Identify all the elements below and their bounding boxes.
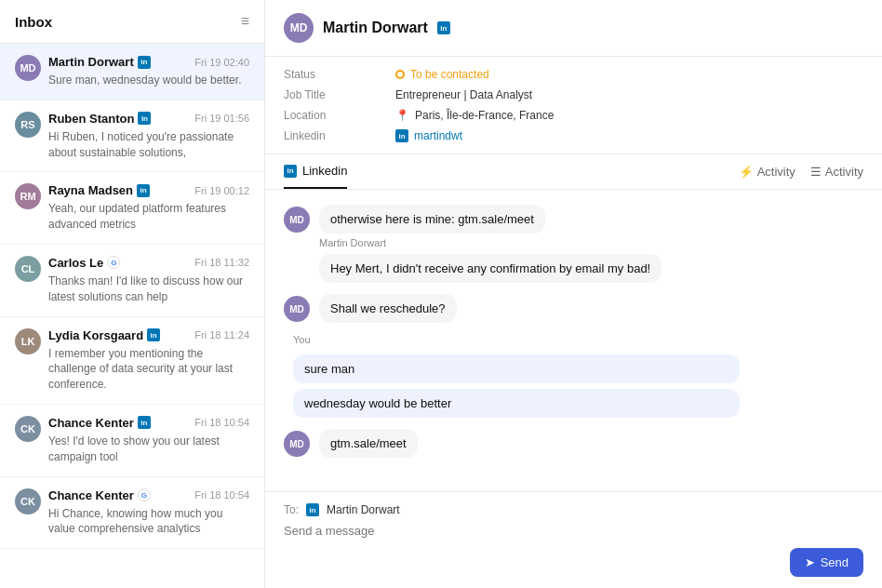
inbox-header: Inbox ≡ — [0, 0, 264, 44]
conv-time: Fri 19 00:12 — [194, 185, 249, 196]
tabs-row: in Linkedin ⚡ Activity ☰ Activity — [265, 154, 882, 190]
info-section: Status To be contacted Job Title Entrepr… — [265, 57, 882, 154]
left-panel: Inbox ≡ MD Martin Dorwart in Fri 19 02:4… — [0, 0, 265, 588]
conv-avatar: RS — [15, 112, 41, 138]
job-title-value: Entrepreneur | Data Analyst — [395, 88, 863, 101]
msg-bubble: Shall we reschedule? — [319, 294, 457, 323]
send-label: Send — [821, 555, 849, 569]
conv-name: Rayna Madsen in — [48, 183, 150, 197]
conv-preview: Hi Chance, knowing how much you value co… — [48, 506, 249, 538]
msg-avatar: MD — [284, 431, 310, 457]
conversation-item-5[interactable]: CK Chance Kenter in Fri 18 10:54 Yes! I'… — [0, 405, 264, 477]
status-dot — [395, 70, 405, 79]
send-button[interactable]: ➤ Send — [790, 548, 863, 577]
linkedin-handle[interactable]: martindwt — [414, 129, 462, 142]
conv-preview: Yeah, our updated platform features adva… — [48, 201, 249, 233]
contact-avatar: MD — [284, 13, 314, 43]
conv-avatar: CK — [15, 488, 41, 514]
conv-name: Chance Kenter in — [48, 416, 151, 430]
you-label: You — [293, 334, 863, 345]
conv-time: Fri 19 02:40 — [194, 57, 249, 68]
right-panel: MD Martin Dorwart in Status To be contac… — [265, 0, 882, 588]
conversation-item-4[interactable]: LK Lydia Korsgaard in Fri 18 11:24 I rem… — [0, 317, 264, 405]
contact-name: Martin Dorwart — [323, 20, 428, 36]
activity-label-2: Activity — [825, 165, 863, 179]
conv-avatar: RM — [15, 183, 41, 209]
location-value: 📍 Paris, Île-de-France, France — [395, 109, 863, 122]
linkedin-icon: in — [395, 129, 408, 142]
conv-avatar: LK — [15, 328, 41, 354]
msg-bubble-outgoing: wednesday would be better — [293, 389, 740, 418]
status-value: To be contacted — [395, 68, 863, 81]
conv-avatar: MD — [15, 55, 41, 81]
conv-badge: in — [147, 328, 160, 341]
conv-name: Ruben Stanton in — [48, 112, 151, 126]
conv-name: Carlos Le G — [48, 256, 120, 270]
activity-label-1: Activity — [757, 165, 795, 179]
send-icon: ➤ — [805, 555, 815, 569]
conversation-list: MD Martin Dorwart in Fri 19 02:40 Sure m… — [0, 44, 264, 588]
compose-to-name: Martin Dorwart — [327, 503, 400, 516]
location-icon: 📍 — [395, 109, 409, 122]
activity-icon-2: ☰ — [810, 165, 822, 179]
status-text: To be contacted — [410, 68, 489, 81]
conversation-item-0[interactable]: MD Martin Dorwart in Fri 19 02:40 Sure m… — [0, 44, 264, 100]
conv-preview: Hi Ruben, I noticed you're passionate ab… — [48, 129, 249, 161]
msg-avatar: MD — [284, 207, 310, 233]
msg-bubble-outgoing: sure man — [293, 354, 740, 383]
conv-avatar: CK — [15, 416, 41, 442]
compose-to-linkedin-icon: in — [306, 503, 319, 516]
msg-bubble: gtm.sale/meet — [319, 429, 418, 458]
inbox-title: Inbox — [15, 14, 52, 30]
conv-name: Lydia Korsgaard in — [48, 328, 160, 342]
tab-linkedin-badge: in — [284, 165, 297, 178]
conv-badge: in — [138, 416, 151, 429]
linkedin-label: Linkedin — [284, 129, 395, 142]
conv-badge: in — [138, 56, 151, 69]
tab-linkedin[interactable]: in Linkedin — [284, 154, 347, 189]
conv-preview: Yes! I'd love to show you our latest cam… — [48, 434, 249, 465]
activity-btn-2[interactable]: ☰ Activity — [810, 155, 863, 188]
conversation-item-2[interactable]: RM Rayna Madsen in Fri 19 00:12 Yeah, ou… — [0, 172, 264, 245]
message-group-1: MD Shall we reschedule? — [284, 294, 863, 323]
activity-icon-1: ⚡ — [739, 165, 754, 179]
conv-time: Fri 18 11:32 — [194, 257, 249, 268]
conv-preview: I remember you mentioning the challenge … — [48, 346, 249, 393]
compose-input[interactable] — [284, 524, 863, 538]
conversation-item-1[interactable]: RS Ruben Stanton in Fri 19 01:56 Hi Rube… — [0, 100, 264, 173]
message-group-2: Yousure manwednesday would be better — [284, 334, 863, 418]
status-label: Status — [284, 68, 395, 81]
job-title-label: Job Title — [284, 88, 395, 101]
conv-time: Fri 18 10:54 — [194, 417, 249, 428]
conv-avatar: CL — [15, 256, 41, 282]
conv-time: Fri 18 11:24 — [194, 329, 249, 341]
chat-area: MD otherwise here is mine: gtm.sale/meet… — [265, 190, 882, 491]
conv-badge: in — [138, 112, 151, 125]
conv-time: Fri 19 01:56 — [194, 113, 249, 124]
conversation-item-6[interactable]: CK Chance Kenter G Fri 18 10:54 Hi Chanc… — [0, 477, 264, 550]
activity-btn-1[interactable]: ⚡ Activity — [739, 155, 795, 188]
msg-bubble: otherwise here is mine: gtm.sale/meet — [319, 205, 545, 234]
msg-bubble-2: Hey Mert, I didn't receive any confirmat… — [319, 254, 662, 283]
location-label: Location — [284, 109, 395, 122]
conv-badge: G — [138, 488, 151, 501]
conv-name: Martin Dorwart in — [48, 55, 151, 69]
message-group-3: MD gtm.sale/meet — [284, 429, 863, 458]
conv-badge: in — [137, 184, 150, 197]
conv-preview: Thanks man! I'd like to discuss how our … — [48, 274, 249, 305]
conv-time: Fri 18 10:54 — [194, 489, 249, 501]
contact-header: MD Martin Dorwart in — [265, 0, 882, 57]
msg-sender: Martin Dorwart — [319, 237, 662, 248]
linkedin-value: in martindwt — [395, 129, 863, 142]
message-group-0: MD otherwise here is mine: gtm.sale/meet… — [284, 205, 863, 283]
compose-to: To: in Martin Dorwart — [284, 503, 863, 516]
compose-bottom: ➤ Send — [284, 548, 863, 577]
compose-to-label: To: — [284, 503, 299, 516]
conversation-item-3[interactable]: CL Carlos Le G Fri 18 11:32 Thanks man! … — [0, 245, 264, 317]
filter-icon[interactable]: ≡ — [241, 13, 249, 30]
tab-linkedin-label: Linkedin — [302, 164, 347, 178]
conv-name: Chance Kenter G — [48, 488, 151, 502]
conv-preview: Sure man, wednesday would be better. — [48, 73, 249, 88]
contact-linkedin-badge: in — [437, 21, 450, 34]
tabs-right: ⚡ Activity ☰ Activity — [739, 155, 863, 188]
